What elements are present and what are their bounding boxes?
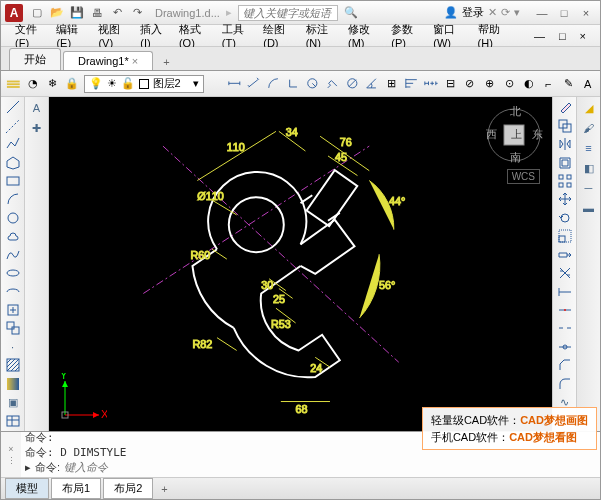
undo-icon[interactable]: ↶ <box>109 5 125 21</box>
layer-lock-icon[interactable]: 🔒 <box>64 74 81 94</box>
revision-cloud-icon[interactable] <box>4 228 22 244</box>
drawing-canvas[interactable]: 110 34 76 45 Ø110 44° 56° R60 R53 R82 30… <box>49 97 552 431</box>
search-input[interactable] <box>238 5 338 21</box>
mtext-icon[interactable]: A <box>28 99 46 117</box>
color-icon[interactable]: ◧ <box>580 159 598 177</box>
dim-arc-icon[interactable] <box>265 74 282 94</box>
stretch-icon[interactable] <box>556 247 574 263</box>
move-icon[interactable] <box>556 191 574 207</box>
array-icon[interactable] <box>556 173 574 189</box>
circle-icon[interactable] <box>4 210 22 226</box>
trim-icon[interactable] <box>556 265 574 281</box>
tab-start[interactable]: 开始 <box>9 48 61 70</box>
add-layout-icon[interactable]: + <box>155 483 173 495</box>
dim-ord-icon[interactable] <box>285 74 302 94</box>
layer-dropdown-icon[interactable]: ▾ <box>193 77 199 90</box>
erase-icon[interactable] <box>556 99 574 115</box>
help-dropdown[interactable]: ▾ <box>514 6 520 19</box>
ellipse-icon[interactable] <box>4 265 22 281</box>
app-logo[interactable]: A <box>5 4 23 22</box>
join-icon[interactable] <box>556 339 574 355</box>
dim-edit-icon[interactable]: ✎ <box>560 74 577 94</box>
cmd-close-icon[interactable]: × <box>8 444 13 454</box>
status-tab-model[interactable]: 模型 <box>5 478 49 499</box>
doc-close-button[interactable]: × <box>574 28 592 44</box>
dim-angular-icon[interactable] <box>363 74 380 94</box>
bylayer-icon[interactable]: ≡ <box>580 139 598 157</box>
construction-line-icon[interactable] <box>4 117 22 133</box>
close-tab-icon[interactable]: × <box>132 55 138 67</box>
redo-icon[interactable]: ↷ <box>129 5 145 21</box>
maximize-button[interactable]: □ <box>554 7 574 19</box>
insert-block-icon[interactable] <box>4 302 22 318</box>
rectangle-icon[interactable] <box>4 173 22 189</box>
break-icon[interactable] <box>556 320 574 336</box>
dim-baseline-icon[interactable] <box>403 74 420 94</box>
doc-max-button[interactable]: □ <box>553 28 572 44</box>
wcs-label[interactable]: WCS <box>507 169 540 184</box>
exchange-icon[interactable]: ✕ <box>488 6 497 19</box>
table-icon[interactable] <box>4 412 22 428</box>
layer-props-icon[interactable] <box>5 74 22 94</box>
match-props-icon[interactable]: 🖌 <box>580 119 598 137</box>
gradient-icon[interactable] <box>4 376 22 392</box>
status-tab-layout1[interactable]: 布局1 <box>51 478 101 499</box>
open-icon[interactable]: 📂 <box>49 5 65 21</box>
dim-center-icon[interactable]: ⊙ <box>501 74 518 94</box>
layer-freeze-icon[interactable]: ❄ <box>44 74 61 94</box>
print-icon[interactable]: 🖶 <box>89 5 105 21</box>
login-icon[interactable]: 👤 <box>444 6 458 19</box>
minimize-button[interactable]: — <box>532 7 552 19</box>
properties-icon[interactable]: ◢ <box>580 99 598 117</box>
lineweight-icon[interactable]: ▬ <box>580 199 598 217</box>
offset-icon[interactable] <box>556 154 574 170</box>
new-tab-button[interactable]: + <box>155 54 177 70</box>
view-cube[interactable]: 上 北 南 东 西 <box>484 105 544 165</box>
extend-icon[interactable] <box>556 283 574 299</box>
hatch-icon[interactable] <box>4 357 22 373</box>
dim-linear-icon[interactable] <box>226 74 243 94</box>
dim-continue-icon[interactable] <box>422 74 439 94</box>
search-icon[interactable]: 🔍 <box>344 6 358 19</box>
rotate-icon[interactable] <box>556 210 574 226</box>
cmd-handle-icon[interactable]: ⋮ <box>7 456 16 466</box>
linetype-icon[interactable]: ─ <box>580 179 598 197</box>
dim-tolerance-icon[interactable]: ⊕ <box>481 74 498 94</box>
dim-diameter-icon[interactable] <box>344 74 361 94</box>
dim-space-icon[interactable]: ⊟ <box>442 74 459 94</box>
dim-break-icon[interactable]: ⊘ <box>462 74 479 94</box>
point-icon[interactable]: · <box>4 339 22 355</box>
copy-icon[interactable] <box>556 117 574 133</box>
status-tab-layout2[interactable]: 布局2 <box>103 478 153 499</box>
save-icon[interactable]: 💾 <box>69 5 85 21</box>
cmd-expand-icon[interactable]: ▸ <box>25 461 31 474</box>
add-selected-icon[interactable]: ✚ <box>28 119 46 137</box>
dim-aligned-icon[interactable] <box>245 74 262 94</box>
make-block-icon[interactable] <box>4 320 22 336</box>
polygon-icon[interactable] <box>4 154 22 170</box>
spline-icon[interactable] <box>4 247 22 263</box>
new-icon[interactable]: ▢ <box>29 5 45 21</box>
arc-icon[interactable] <box>4 191 22 207</box>
doc-min-button[interactable]: — <box>528 28 551 44</box>
command-input[interactable] <box>64 461 596 474</box>
login-text[interactable]: 登录 <box>462 5 484 20</box>
dim-radius-icon[interactable] <box>304 74 321 94</box>
layer-state-icon[interactable]: ◔ <box>25 74 42 94</box>
dim-tedit-icon[interactable]: A <box>579 74 596 94</box>
close-button[interactable]: × <box>576 7 596 19</box>
chamfer-icon[interactable] <box>556 357 574 373</box>
dim-jogline-icon[interactable]: ⌐ <box>540 74 557 94</box>
line-icon[interactable] <box>4 99 22 115</box>
scale-icon[interactable] <box>556 228 574 244</box>
dim-jog-icon[interactable] <box>324 74 341 94</box>
tab-drawing1[interactable]: Drawing1* × <box>63 51 153 70</box>
ellipse-arc-icon[interactable] <box>4 283 22 299</box>
break-point-icon[interactable] <box>556 302 574 318</box>
dim-inspect-icon[interactable]: ◐ <box>520 74 537 94</box>
mirror-icon[interactable] <box>556 136 574 152</box>
cloud-icon[interactable]: ⟳ <box>501 6 510 19</box>
polyline-icon[interactable] <box>4 136 22 152</box>
layer-selector[interactable]: 💡☀🔓 图层2 ▾ <box>84 75 204 93</box>
fillet-icon[interactable] <box>556 376 574 392</box>
